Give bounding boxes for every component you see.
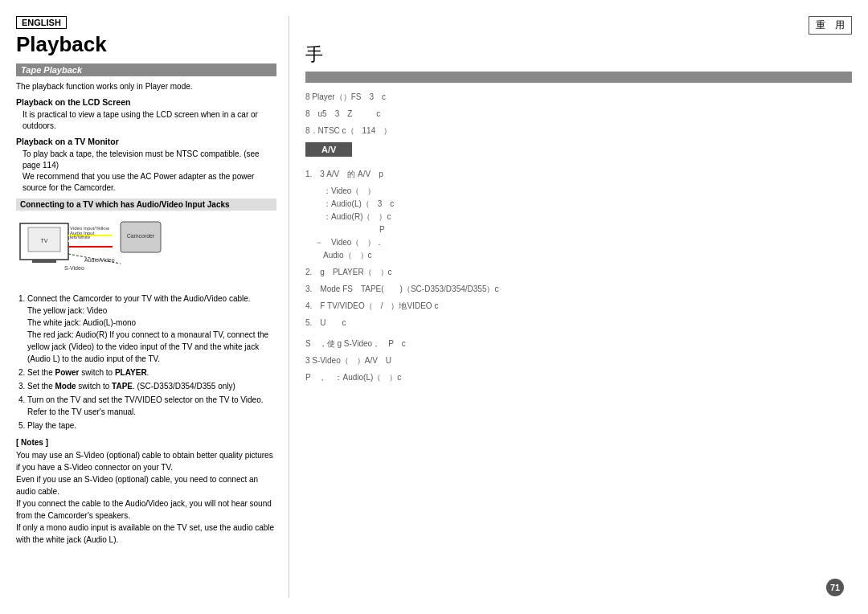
- av-button-container: A/V: [305, 142, 852, 163]
- svg-text:left/White: left/White: [70, 235, 91, 239]
- intro-text: The playback function works only in Play…: [16, 81, 276, 92]
- right-note-2: 3 S-Video（ ）A/V U: [305, 354, 852, 367]
- svg-rect-3: [32, 260, 56, 263]
- notes-section: [ Notes ] You may use an S-Video (option…: [16, 438, 276, 546]
- svg-text:TV: TV: [41, 238, 48, 244]
- tv-heading: Playback on a TV Monitor: [16, 137, 276, 146]
- instruction-item-3: Set the Mode switch to TAPE. (SC-D353/D3…: [27, 380, 276, 392]
- instruction-item-1: Connect the Camcorder to your TV with th…: [27, 293, 276, 365]
- right-note-1: S ，使 g S-Video， P c: [305, 338, 852, 350]
- right-av-line: 1. 3 A/V 的 A/V p: [305, 168, 852, 181]
- right-line2: 8 u5 3 Z c: [305, 108, 852, 121]
- notes-content: You may use an S-Video (optional) cable …: [16, 449, 276, 546]
- right-step2: 2. g PLAYER（ ）c: [305, 266, 852, 279]
- right-notes: S ，使 g S-Video， P c 3 S-Video（ ）A/V U P …: [305, 338, 852, 384]
- right-step4: 4. F TV/VIDEO（ / ）地VIDEO c: [305, 300, 852, 313]
- av-button: A/V: [305, 142, 352, 157]
- instruction-item-4: Turn on the TV and set the TV/VIDEO sele…: [27, 394, 276, 418]
- right-ntsc-line: 8．NTSC c（ 114 ）: [305, 125, 852, 137]
- right-video-lines: ：Video（ ） ：Audio(L)（ 3 c ：Audio(R)（ ）c P…: [315, 185, 852, 262]
- svg-text:Camcorder: Camcorder: [127, 233, 155, 239]
- english-badge: ENGLISH: [16, 16, 67, 29]
- kanji-title: 手: [305, 43, 852, 67]
- svg-text:S-Video: S-Video: [64, 265, 84, 271]
- right-column: 重 用 手 8 Player（）FS 3 c 8 u5 3 Z c 8．NTSC…: [289, 16, 852, 598]
- tv-diagram: TV Video Input/Yellow Audio Input left/W…: [16, 215, 161, 288]
- instruction-item-2: Set the Power switch to PLAYER.: [27, 366, 276, 379]
- right-gray-bar: [305, 72, 852, 83]
- tv-text: To play back a tape, the television must…: [23, 149, 276, 194]
- notes-heading: [ Notes ]: [16, 438, 276, 447]
- right-step5: 5. U c: [305, 317, 852, 330]
- right-player-line: 8 Player（）FS 3 c: [305, 91, 852, 104]
- lcd-heading: Playback on the LCD Screen: [16, 97, 276, 107]
- right-top-bar: 重 用: [305, 16, 852, 35]
- instruction-list: Connect the Camcorder to your TV with th…: [27, 293, 276, 432]
- instruction-item-5: Play the tape.: [27, 420, 276, 432]
- page-title: Playback: [16, 32, 276, 57]
- page-number: 71: [826, 579, 844, 596]
- lcd-text: It is practical to view a tape using the…: [23, 109, 276, 132]
- section-bar: Tape Playback: [16, 63, 276, 76]
- right-note-3: P ， ：Audio(L)（ ）c: [305, 371, 852, 384]
- left-column: ENGLISH Playback Tape Playback The playb…: [16, 16, 289, 598]
- av-heading-box: Connecting to a TV which has Audio/Video…: [16, 199, 276, 211]
- right-step3: 3. Mode FS TAPE( )（SC-D353/D354/D355）c: [305, 283, 852, 296]
- connection-diagram-svg: TV Video Input/Yellow Audio Input left/W…: [16, 215, 177, 288]
